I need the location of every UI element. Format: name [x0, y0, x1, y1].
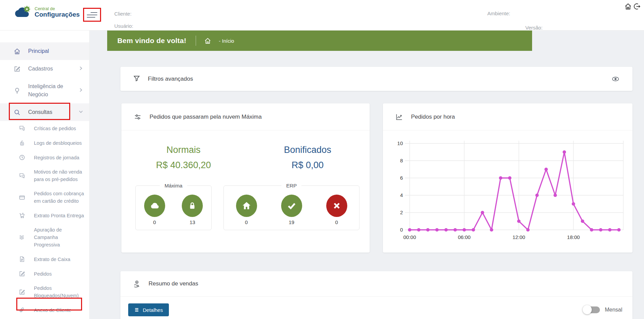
list-icon — [134, 307, 140, 313]
welcome-banner: Bem vindo de volta! - Início — [107, 31, 532, 51]
sidebar-item-label: Registros de jornada — [34, 154, 79, 161]
details-button[interactable]: Detalhes — [128, 303, 169, 316]
sidebar-item-cadastros[interactable]: Cadastros — [0, 60, 89, 78]
sidebar-item-pedidos[interactable]: Pedidos — [0, 266, 89, 281]
sidebar-item-label: Críticas de pedidos — [34, 125, 76, 132]
chevron-right-icon — [77, 65, 84, 73]
menu-toggle[interactable] — [83, 8, 101, 22]
orders-by-hour-title: Pedidos por hora — [411, 114, 455, 120]
breadcrumb[interactable]: - Início — [204, 37, 234, 44]
sliders-icon — [134, 113, 141, 121]
top-header: Central de Configurações Cliente: Usuári… — [0, 0, 644, 31]
client-label: Cliente: — [114, 11, 132, 17]
home-icon — [13, 47, 21, 55]
credit-card-icon — [19, 194, 25, 201]
sidebar-item-label: Logs de desbloqueios — [34, 139, 82, 147]
orders-by-hour-chart: 024681000:0006:0012:0018:00 — [390, 136, 627, 247]
normais-value: R$ 40.360,20 — [121, 160, 246, 171]
banner-divider — [196, 36, 196, 46]
badge-count: 13 — [182, 219, 203, 225]
monthly-toggle[interactable] — [584, 306, 600, 313]
sidebar-item-principal[interactable]: Principal — [0, 42, 89, 60]
svg-text:2: 2 — [400, 210, 403, 215]
check-icon — [281, 195, 302, 217]
sidebar-item-registros-de-jornada[interactable]: Registros de jornada — [0, 150, 89, 165]
orders-by-hour-card: Pedidos por hora 024681000:0006:0012:001… — [383, 103, 632, 253]
badge-count: 0 — [326, 219, 347, 225]
orders-cloud-card: Pedidos que passaram pela nuvem Máxima N… — [121, 103, 370, 253]
home-solid-icon — [236, 195, 257, 217]
badge-count: 0 — [144, 219, 165, 225]
svg-text:10: 10 — [397, 140, 403, 146]
status-badge: 13 — [182, 195, 203, 225]
unlock-icon — [19, 140, 25, 146]
sidebar-item-extrato-de-caixa[interactable]: Extrato de Caixa — [0, 252, 89, 266]
logout-icon[interactable] — [633, 3, 641, 10]
svg-text:00:00: 00:00 — [403, 234, 416, 240]
details-button-label: Detalhes — [143, 307, 163, 313]
sidebar-item-logs-de-desbloqueios[interactable]: Logs de desbloqueios — [0, 136, 89, 150]
funnel-icon — [133, 75, 140, 83]
bonificados-value: R$ 0,00 — [246, 160, 370, 171]
hamburger-icon — [91, 12, 97, 13]
sidebar-item-label: Apuração de Campanha Progressiva — [34, 226, 84, 248]
lock-icon — [182, 195, 203, 217]
sidebar-item-label: Extrato Pronta Entrega — [34, 212, 84, 219]
chevron-right-icon — [77, 86, 84, 95]
svg-text:8: 8 — [400, 158, 403, 163]
sidebar-item-label: Pedidos Bloqueados(Nuvem) — [34, 284, 84, 299]
sidebar-item-anexo-de-cliente[interactable]: Anexo de Cliente — [0, 303, 89, 317]
home-icon[interactable] — [624, 3, 632, 10]
bulb-icon — [13, 87, 21, 94]
brand-line1: Central de — [35, 6, 80, 11]
welcome-text: Bem vindo de volta! — [117, 37, 186, 45]
svg-text:0: 0 — [400, 227, 403, 233]
sidebar-item-criticas-de-pedidos[interactable]: Críticas de pedidos — [0, 121, 89, 136]
advanced-filters-card[interactable]: Filtros avançados — [120, 67, 632, 91]
sidebar-item-apuracao-de-campanha[interactable]: Apuração de Campanha Progressiva — [0, 223, 89, 252]
x-mark-icon — [326, 195, 347, 217]
brand-line2: Configurações — [35, 11, 80, 18]
chart-line-icon — [395, 113, 403, 121]
paperclip-icon — [19, 307, 25, 314]
filters-title: Filtros avançados — [148, 76, 193, 82]
group-legend: ERP — [281, 183, 301, 188]
hand-coin-icon — [133, 280, 140, 287]
eye-icon[interactable] — [611, 75, 620, 83]
group-legend: Máxima — [160, 183, 187, 188]
sidebar-item-label: Pedidos — [34, 270, 52, 278]
clock-icon — [19, 154, 25, 161]
orders-cloud-title: Pedidos que passaram pela nuvem Máxima — [150, 114, 262, 120]
svg-text:6: 6 — [400, 175, 403, 181]
sidebar: PrincipalCadastrosInteligência de Negóci… — [0, 31, 90, 319]
waves-icon — [19, 234, 25, 241]
sidebar-item-label: Consultas — [28, 108, 52, 116]
svg-text:18:00: 18:00 — [567, 234, 580, 240]
sidebar-item-consultas[interactable]: Consultas — [0, 103, 89, 121]
svg-text:4: 4 — [400, 192, 403, 198]
sidebar-item-inteligencia-de-negocio[interactable]: Inteligência de Negócio — [0, 78, 89, 103]
sales-summary-title: Resumo de vendas — [149, 280, 198, 287]
bonificados-label: Bonificados — [246, 145, 370, 155]
sidebar-item-pedidos-com-cobranca[interactable]: Pedidos com cobrança em cartão de crédit… — [0, 186, 89, 208]
badge-count: 19 — [281, 219, 302, 225]
status-badge: 0 — [144, 195, 165, 225]
normais-label: Normais — [121, 145, 246, 155]
status-badge: 19 — [281, 195, 302, 225]
status-badge: 0 — [326, 195, 347, 225]
sidebar-item-extrato-pronta-entrega[interactable]: Extrato Pronta Entrega — [0, 208, 89, 223]
chevron-down-icon — [77, 108, 84, 117]
sidebar-item-motivos-de-nao-venda[interactable]: Motivos de não venda para os pré-pedidos — [0, 165, 89, 186]
sidebar-item-label: Principal — [28, 47, 49, 55]
sidebar-item-justificativa-de-visitas[interactable]: Justificativa de Visitas — [0, 317, 89, 319]
edit-square-icon — [13, 65, 21, 73]
user-label: Usuário: — [114, 23, 133, 29]
environment-label: Ambiente: — [487, 11, 510, 16]
chat-icon — [19, 172, 25, 179]
document-icon — [19, 256, 25, 263]
sidebar-item-pedidos-bloqueados[interactable]: Pedidos Bloqueados(Nuvem) — [0, 281, 89, 303]
breadcrumb-label: - Início — [219, 38, 234, 44]
chat-icon — [19, 125, 25, 132]
svg-text:12:00: 12:00 — [512, 234, 525, 240]
group-erp: ERP0190 — [223, 183, 359, 230]
